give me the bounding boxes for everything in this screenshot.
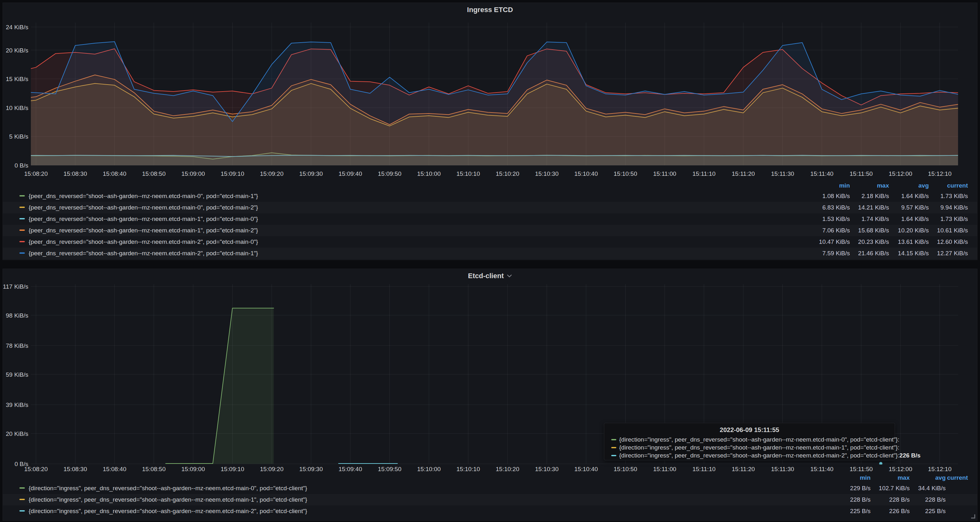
series-color-dash-icon[interactable]	[19, 487, 25, 489]
x-tick-label: 15:09:00	[181, 170, 205, 177]
panel-title-text: Ingress ETCD	[467, 6, 513, 14]
legend-stat-current: 12.27 KiB/s	[907, 248, 968, 259]
x-tick-label: 15:08:50	[142, 170, 166, 177]
x-tick-label: 15:11:00	[653, 170, 676, 177]
series-color-dash-icon[interactable]	[19, 241, 25, 242]
legend-row: {peer_dns_reversed="shoot--ash-garden--m…	[3, 248, 977, 259]
series-color-dash-icon[interactable]	[19, 252, 25, 254]
y-tick-label: 39 KiB/s	[6, 401, 28, 408]
x-tick-label: 15:08:20	[24, 170, 48, 177]
x-tick-label: 15:09:10	[221, 466, 244, 473]
legend-stat-current: 1.73 KiB/s	[907, 213, 968, 225]
legend-header-row: minmaxavgcurrent	[3, 181, 977, 190]
x-tick-label: 15:10:50	[614, 466, 637, 473]
legend-series-label[interactable]: {peer_dns_reversed="shoot--ash-garden--m…	[29, 238, 258, 245]
x-tick-label: 15:10:20	[496, 170, 519, 177]
x-tick-label: 15:08:40	[103, 466, 126, 473]
panel-title-ingress-etcd[interactable]: Ingress ETCD	[3, 3, 977, 17]
x-tick-label: 15:11:50	[850, 170, 873, 177]
panel-etcd-client: Etcd-client 15:08:2015:08:3015:08:4015:0…	[3, 269, 977, 521]
x-tick-label: 15:09:50	[378, 170, 401, 177]
legend-header-row: minmaxavgcurrent	[3, 473, 977, 482]
x-tick-label: 15:12:10	[928, 466, 952, 473]
x-tick-label: 15:09:10	[221, 170, 244, 177]
legend-stat-current: 1.73 KiB/s	[907, 190, 968, 202]
ingress-etcd-chart-plot[interactable]: 15:08:2015:08:3015:08:4015:08:5015:09:00…	[3, 17, 978, 181]
tooltip-series-value: 226 B/s	[899, 452, 921, 459]
x-tick-label: 15:10:40	[574, 466, 598, 473]
x-tick-label: 15:11:00	[653, 466, 676, 473]
tooltip-series-row: {direction="ingress", peer_dns_reversed=…	[611, 451, 888, 459]
x-tick-label: 15:08:40	[103, 170, 126, 177]
x-tick-label: 15:10:10	[457, 466, 480, 473]
x-tick-label: 15:10:30	[535, 170, 559, 177]
legend-row: {direction="ingress", peer_dns_reversed=…	[3, 494, 977, 506]
chevron-down-icon[interactable]	[507, 274, 512, 278]
x-tick-label: 15:10:20	[496, 466, 519, 473]
x-tick-label: 15:12:00	[889, 170, 912, 177]
series-fill	[16, 42, 959, 165]
y-tick-label: 59 KiB/s	[6, 371, 28, 378]
series-color-dash-icon[interactable]	[19, 207, 25, 208]
y-tick-label: 5 KiB/s	[9, 133, 28, 140]
legend-stat-avg: 225 B/s	[885, 506, 946, 517]
x-tick-label: 15:11:50	[850, 466, 873, 473]
x-tick-label: 15:10:00	[417, 170, 441, 177]
legend-series-label[interactable]: {peer_dns_reversed="shoot--ash-garden--m…	[29, 193, 258, 199]
legend-row: {direction="ingress", peer_dns_reversed=…	[3, 482, 977, 494]
legend-sort-current[interactable]: current	[907, 473, 968, 482]
legend-series-label[interactable]: {peer_dns_reversed="shoot--ash-garden--m…	[29, 204, 258, 211]
y-tick-label: 20 KiB/s	[6, 47, 28, 54]
y-tick-label: 117 KiB/s	[3, 283, 28, 290]
series-color-dash-icon[interactable]	[19, 195, 25, 197]
series-color-dash-icon[interactable]	[19, 499, 25, 500]
x-tick-label: 15:11:10	[692, 170, 716, 177]
series-group	[16, 42, 959, 165]
graph-tooltip: 2022-06-09 15:11:55 {direction="ingress"…	[604, 423, 895, 460]
panel-ingress-etcd: Ingress ETCD 15:08:2015:08:3015:08:4015:…	[3, 3, 977, 260]
legend-series-label[interactable]: {peer_dns_reversed="shoot--ash-garden--m…	[29, 227, 258, 234]
y-tick-label: 15 KiB/s	[6, 76, 28, 83]
x-tick-label: 15:11:40	[810, 170, 834, 177]
panel-resize-handle[interactable]	[971, 514, 976, 519]
hover-point-dot	[879, 462, 882, 465]
legend-series-label[interactable]: {peer_dns_reversed="shoot--ash-garden--m…	[29, 216, 258, 222]
x-tick-label: 15:11:20	[732, 466, 755, 473]
x-tick-label: 15:11:30	[771, 466, 794, 473]
x-tick-label: 15:09:20	[260, 170, 283, 177]
series-color-dash-icon[interactable]	[19, 230, 25, 231]
legend-stat-avg: 228 B/s	[885, 494, 946, 506]
series-color-dash-icon[interactable]	[19, 218, 25, 219]
legend-sort-current[interactable]: current	[907, 181, 968, 190]
legend-row: {peer_dns_reversed="shoot--ash-garden--m…	[3, 213, 977, 225]
legend-row: {peer_dns_reversed="shoot--ash-garden--m…	[3, 202, 977, 213]
series-color-dash-icon	[611, 455, 616, 456]
legend-series-label[interactable]: {direction="ingress", peer_dns_reversed=…	[29, 485, 307, 492]
etcd-client-legend: minmaxavgcurrent{direction="ingress", pe…	[3, 473, 977, 517]
x-tick-label: 15:10:00	[417, 466, 441, 473]
series-color-dash-icon[interactable]	[19, 510, 25, 511]
legend-stat-current: 12.60 KiB/s	[907, 236, 968, 248]
series-fill	[166, 308, 274, 464]
x-tick-label: 15:10:10	[457, 170, 480, 177]
y-tick-label: 0 B/s	[14, 162, 28, 169]
tooltip-series-label: {direction="ingress", peer_dns_reversed=…	[619, 436, 899, 443]
y-tick-label: 0 B/s	[14, 461, 28, 467]
x-tick-label: 15:08:30	[64, 466, 87, 473]
dashboard-page: Ingress ETCD 15:08:2015:08:3015:08:4015:…	[0, 0, 980, 522]
y-tick-label: 98 KiB/s	[6, 312, 28, 319]
tooltip-series-label: {direction="ingress", peer_dns_reversed=…	[619, 452, 899, 459]
series-color-dash-icon	[611, 447, 616, 448]
x-tick-label: 15:11:40	[810, 466, 834, 473]
x-tick-label: 15:12:10	[928, 170, 952, 177]
legend-series-label[interactable]: {direction="ingress", peer_dns_reversed=…	[29, 496, 307, 503]
panel-title-etcd-client[interactable]: Etcd-client	[3, 269, 977, 283]
legend-row: {peer_dns_reversed="shoot--ash-garden--m…	[3, 190, 977, 202]
y-tick-label: 78 KiB/s	[6, 343, 28, 349]
legend-series-label[interactable]: {direction="ingress", peer_dns_reversed=…	[29, 508, 307, 514]
legend-row: {peer_dns_reversed="shoot--ash-garden--m…	[3, 236, 977, 248]
resize-corner-icon	[971, 514, 975, 519]
legend-stat-current: 9.94 KiB/s	[907, 202, 968, 213]
legend-row: {direction="ingress", peer_dns_reversed=…	[3, 506, 977, 517]
legend-series-label[interactable]: {peer_dns_reversed="shoot--ash-garden--m…	[29, 250, 258, 257]
